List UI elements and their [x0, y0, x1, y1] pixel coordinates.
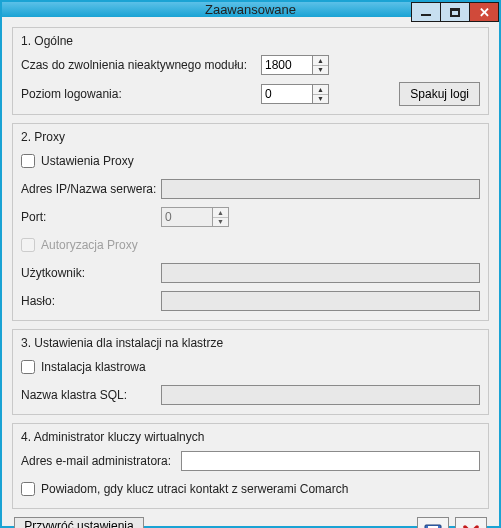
cluster-title: 3. Ustawienia dla instalacji na klastrze: [21, 336, 480, 350]
cluster-enable-label: Instalacja klastrowa: [41, 360, 146, 374]
timeout-label: Czas do zwolnienia nieaktywnego modułu:: [21, 58, 261, 72]
pack-logs-button[interactable]: Spakuj logi: [399, 82, 480, 106]
save-button[interactable]: [417, 517, 449, 528]
maximize-button[interactable]: [440, 2, 470, 22]
titlebar: Zaawansowane ✕: [2, 2, 499, 17]
proxy-port-spinner[interactable]: ▲ ▼: [161, 207, 229, 227]
cluster-panel: 3. Ustawienia dla instalacji na klastrze…: [12, 329, 489, 415]
loglevel-down-icon[interactable]: ▼: [313, 94, 328, 104]
cluster-enable-checkbox[interactable]: [21, 360, 35, 374]
proxy-port-label: Port:: [21, 210, 161, 224]
client-area: 1. Ogólne Czas do zwolnienia nieaktywneg…: [2, 17, 499, 528]
proxy-host-input[interactable]: [161, 179, 480, 199]
proxy-port-input[interactable]: [162, 208, 212, 226]
close-icon: ✕: [479, 5, 490, 20]
advanced-window: Zaawansowane ✕ 1. Ogólne Czas do zwolnie…: [0, 0, 501, 528]
proxy-port-up-icon[interactable]: ▲: [213, 208, 228, 217]
maximize-icon: [450, 8, 460, 17]
cluster-name-input[interactable]: [161, 385, 480, 405]
window-controls: ✕: [412, 2, 499, 22]
admin-panel: 4. Administrator kluczy wirtualnych Adre…: [12, 423, 489, 509]
minimize-icon: [421, 14, 431, 16]
admin-notify-label: Powiadom, gdy klucz utraci kontakt z ser…: [41, 482, 348, 496]
proxy-user-input[interactable]: [161, 263, 480, 283]
proxy-enable-checkbox[interactable]: [21, 154, 35, 168]
admin-email-input[interactable]: [181, 451, 480, 471]
timeout-spinner[interactable]: ▲ ▼: [261, 55, 329, 75]
loglevel-label: Poziom logowania:: [21, 87, 261, 101]
restore-defaults-button[interactable]: Przywróć ustawienia domyślne: [14, 517, 144, 528]
proxy-pass-input[interactable]: [161, 291, 480, 311]
proxy-panel: 2. Proxy Ustawienia Proxy Adres IP/Nazwa…: [12, 123, 489, 321]
general-title: 1. Ogólne: [21, 34, 480, 48]
cancel-button[interactable]: [455, 517, 487, 528]
timeout-input[interactable]: [262, 56, 312, 74]
admin-email-label: Adres e-mail administratora:: [21, 454, 181, 468]
proxy-pass-label: Hasło:: [21, 294, 161, 308]
footer: Przywróć ustawienia domyślne: [12, 517, 489, 528]
cluster-name-label: Nazwa klastra SQL:: [21, 388, 161, 402]
close-button[interactable]: ✕: [469, 2, 499, 22]
save-icon: [423, 523, 443, 528]
loglevel-spinner[interactable]: ▲ ▼: [261, 84, 329, 104]
timeout-down-icon[interactable]: ▼: [313, 65, 328, 75]
proxy-enable-label: Ustawienia Proxy: [41, 154, 134, 168]
loglevel-input[interactable]: [262, 85, 312, 103]
admin-notify-checkbox[interactable]: [21, 482, 35, 496]
proxy-port-down-icon[interactable]: ▼: [213, 217, 228, 227]
proxy-host-label: Adres IP/Nazwa serwera:: [21, 182, 161, 196]
cancel-icon: [462, 524, 480, 528]
proxy-auth-checkbox: [21, 238, 35, 252]
proxy-title: 2. Proxy: [21, 130, 480, 144]
loglevel-up-icon[interactable]: ▲: [313, 85, 328, 94]
proxy-auth-label: Autoryzacja Proxy: [41, 238, 138, 252]
timeout-up-icon[interactable]: ▲: [313, 56, 328, 65]
proxy-user-label: Użytkownik:: [21, 266, 161, 280]
general-panel: 1. Ogólne Czas do zwolnienia nieaktywneg…: [12, 27, 489, 115]
minimize-button[interactable]: [411, 2, 441, 22]
admin-title: 4. Administrator kluczy wirtualnych: [21, 430, 480, 444]
